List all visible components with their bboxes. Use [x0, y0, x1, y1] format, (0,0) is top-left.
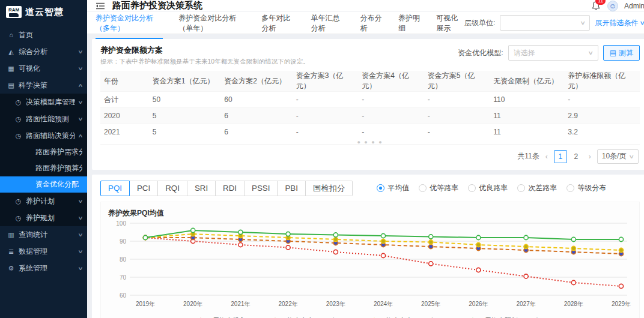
table-cell: -: [293, 92, 359, 108]
legend-label: 资金方案2（60亿）: [386, 316, 443, 318]
tab-分布分析[interactable]: 分布分析: [360, 7, 383, 39]
x-axis-tick: 2019年: [136, 301, 155, 307]
tab-可视化展示[interactable]: 可视化展示: [436, 7, 464, 39]
radio-优良路率[interactable]: 优良路率: [468, 183, 508, 193]
radio-dot-icon: [419, 184, 427, 192]
legend-item-资金方案1（50亿）[interactable]: 资金方案1（50亿）: [266, 316, 344, 318]
model-select[interactable]: 请选择 ∨: [508, 45, 598, 61]
sidebar-item-资金优化分配[interactable]: 资金优化分配: [0, 176, 87, 193]
legend-label: 无资金投入: [213, 316, 246, 318]
sidebar-item-路面养护需求分析[interactable]: 路面养护需求分析: [0, 144, 87, 160]
legend-item-无资金限制（110亿）[interactable]: 无资金限制（110亿）: [464, 316, 548, 318]
x-axis-tick: 2020年: [183, 301, 202, 307]
sidebar-item-科学决策[interactable]: ▤科学决策∧: [0, 77, 87, 94]
app-logo[interactable]: RAM 道云智慧: [0, 0, 87, 24]
page-size-select[interactable]: 10条/页 ∨: [597, 149, 639, 164]
sidebar-item-路面辅助决策分析[interactable]: ◷路面辅助决策分析∧: [0, 127, 87, 144]
chart-legend: 无资金投入资金方案1（50亿）资金方案2（60亿）无资金限制（110亿）: [108, 316, 632, 318]
table-cell: 2021: [100, 124, 149, 140]
legend-label: 资金方案1（50亿）: [287, 316, 344, 318]
tab-多年对比分析[interactable]: 多年对比分析: [261, 7, 295, 39]
table-column-header: 资金方案1（亿元）: [149, 71, 220, 92]
chevron-down-icon: ∨: [77, 215, 83, 221]
radio-dot-icon: [517, 184, 525, 192]
tab-养护资金对比分析（多年）[interactable]: 养护资金对比分析（多年）: [96, 7, 163, 39]
sidebar-item-首页[interactable]: ⌂首页: [0, 26, 87, 43]
series-marker-无资金限制（110亿）: [238, 230, 243, 234]
tab-单年汇总分析[interactable]: 单年汇总分析: [311, 7, 344, 39]
metric-button-PQI[interactable]: PQI: [100, 181, 130, 196]
table-column-header: 年份: [100, 71, 149, 92]
series-marker-无资金限制（110亿）: [571, 237, 576, 241]
page-number-1[interactable]: 1: [554, 150, 567, 163]
analysis-tabs: 养护资金对比分析（多年）养护资金对比分析（单年）多年对比分析单年汇总分析分布分析…: [96, 7, 464, 39]
series-marker-无资金限制（110亿）: [381, 233, 385, 238]
tab-养护明细[interactable]: 养护明细: [398, 7, 421, 39]
radio-dot-icon: [567, 184, 574, 192]
sidebar-item-决策模型库管理[interactable]: ◷决策模型库管理∨: [0, 94, 87, 110]
metric-button-国检扣分[interactable]: 国检扣分: [306, 181, 353, 196]
tab-养护资金对比分析（单年）[interactable]: 养护资金对比分析（单年）: [178, 7, 246, 39]
x-axis-tick: 2027年: [516, 301, 535, 307]
table-cell: 6: [220, 108, 292, 124]
table-row: 202156---113.2: [100, 124, 640, 140]
user-name[interactable]: Admin: [624, 2, 644, 10]
y-axis-tick: 70: [120, 274, 127, 280]
chart-title: 养护效果PQI均值: [108, 208, 632, 218]
metric-button-PBI[interactable]: PBI: [278, 181, 305, 196]
calculator-icon: ▤: [610, 49, 616, 57]
chevron-down-icon: ∨: [77, 266, 83, 271]
metric-button-PCI[interactable]: PCI: [130, 181, 158, 196]
sidebar-item-养护规划[interactable]: ◷养护规划∨: [0, 209, 87, 226]
legend-item-无资金投入[interactable]: 无资金投入: [192, 316, 246, 318]
model-label: 资金优化模型:: [458, 48, 503, 58]
notification-bell-icon[interactable]: 11: [591, 1, 601, 11]
expand-filters-link[interactable]: 展开筛选条件 ∨: [595, 18, 644, 28]
pqi-line-chart: 100908070602019年2020年2021年2022年2023年2024…: [108, 218, 632, 313]
legend-item-资金方案2（60亿）[interactable]: 资金方案2（60亿）: [365, 316, 443, 318]
prev-page-icon[interactable]: ‹: [544, 152, 549, 161]
metric-button-PSSI[interactable]: PSSI: [245, 181, 278, 196]
next-page-icon[interactable]: ›: [588, 152, 592, 161]
page-number-2[interactable]: 2: [570, 150, 583, 163]
ram-logo-icon: RAM: [6, 6, 22, 18]
x-axis-tick: 2028年: [564, 301, 583, 307]
series-marker-资金方案2（60亿）: [524, 244, 528, 248]
sidebar-item-路面性能预测[interactable]: ◷路面性能预测∨: [0, 110, 87, 127]
sidebar-item-综合分析[interactable]: ◭综合分析∨: [0, 43, 87, 60]
funding-table: 年份资金方案1（亿元）资金方案2（亿元）资金方案3（亿元）资金方案4（亿元）资金…: [100, 71, 640, 140]
chevron-down-icon: ∨: [640, 20, 644, 26]
x-axis-tick: 2029年: [612, 301, 631, 307]
clock-icon: ◷: [14, 98, 22, 106]
sidebar-item-路面养护预算分析[interactable]: 路面养护预算分析: [0, 160, 87, 176]
display-mode-radios: 平均值优等路率优良路率次差路率等级分布: [377, 183, 606, 193]
chevron-down-icon: ∨: [580, 20, 586, 26]
metric-button-SRI[interactable]: SRI: [187, 181, 216, 196]
radio-等级分布[interactable]: 等级分布: [567, 183, 606, 193]
sidebar-item-养护计划[interactable]: ◷养护计划∨: [0, 193, 87, 209]
table-cell: -: [293, 108, 359, 124]
radio-平均值[interactable]: 平均值: [377, 183, 409, 193]
clock-icon: ◷: [14, 214, 22, 222]
chevron-down-icon: ∨: [588, 50, 594, 56]
calculate-button[interactable]: ▤ 测算: [603, 45, 640, 61]
scheme-title: 养护资金限额方案: [100, 45, 309, 56]
metric-button-RDI[interactable]: RDI: [216, 181, 245, 196]
sidebar-item-label: 养护规划: [26, 213, 75, 223]
sidebar-item-数据管理[interactable]: ≣数据管理∨: [0, 243, 87, 260]
radio-优等路率[interactable]: 优等路率: [419, 183, 458, 193]
chart-controls: PQIPCIRQISRIRDIPSSIPBI国检扣分 平均值优等路率优良路率次差…: [100, 181, 640, 196]
sidebar-item-label: 路面性能预测: [26, 114, 75, 124]
unit-filter-select[interactable]: ∨: [500, 15, 590, 31]
user-avatar[interactable]: ☺: [607, 1, 618, 11]
scheme-subtitle: 提示：下表中养护标准限额是基于未来10年都无资金限制的情况下的设定。: [100, 58, 309, 66]
metric-button-RQI[interactable]: RQI: [158, 181, 187, 196]
unit-filter-label: 层级单位:: [464, 18, 495, 28]
radio-次差路率[interactable]: 次差路率: [517, 183, 557, 193]
sidebar-item-查询统计[interactable]: ▥查询统计∨: [0, 226, 87, 243]
sidebar-item-可视化[interactable]: ▦可视化∨: [0, 60, 87, 77]
table-cell: 3.2: [564, 124, 640, 140]
sidebar-item-系统管理[interactable]: ⚙系统管理∨: [0, 260, 87, 277]
table-cell: -: [424, 92, 490, 108]
series-marker-无资金限制（110亿）: [476, 235, 481, 239]
